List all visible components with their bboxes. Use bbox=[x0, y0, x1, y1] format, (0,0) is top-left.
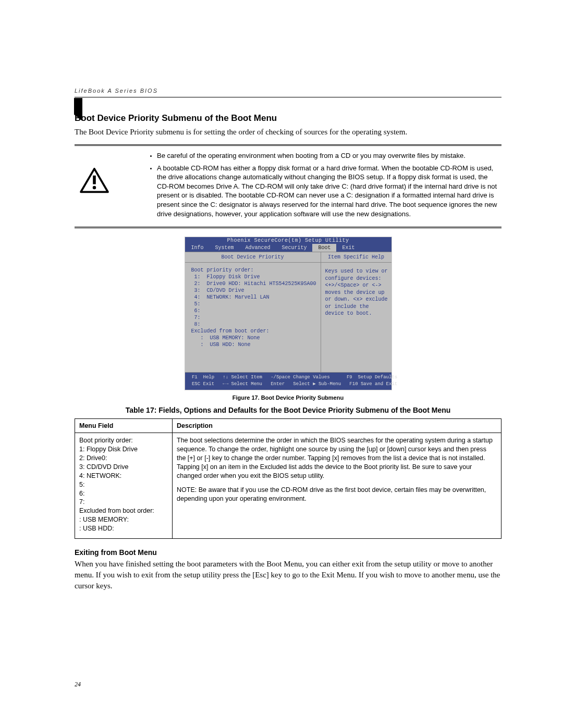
th-description: Description bbox=[173, 419, 501, 433]
bios-left-content: Boot priority order: 1: Floppy Disk Driv… bbox=[185, 263, 321, 352]
bios-tab-info: Info bbox=[185, 244, 209, 252]
td-description: The boot selections determine the order … bbox=[173, 433, 501, 539]
bios-tab-security: Security bbox=[276, 244, 312, 252]
bios-body: Boot Device Priority Boot priority order… bbox=[185, 252, 391, 373]
exiting-body: When you have finished setting the boot … bbox=[75, 559, 501, 591]
section-title: Boot Device Priority Submenu of the Boot… bbox=[75, 113, 501, 124]
td-menu-field: Boot priority order: 1: Floppy Disk Driv… bbox=[75, 433, 173, 539]
page: LifeBook A Series BIOS Boot Device Prior… bbox=[0, 0, 563, 728]
table-header-row: Menu Field Description bbox=[75, 419, 501, 433]
bios-help-text: Keys used to view or configure devices: … bbox=[321, 263, 391, 322]
bios-title: Phoenix SecureCore(tm) Setup Utility bbox=[185, 237, 391, 244]
warning-block: Be careful of the operating environment … bbox=[80, 151, 501, 221]
description-note: NOTE: Be aware that if you use the CD-RO… bbox=[177, 486, 497, 503]
fields-table: Menu Field Description Boot priority ord… bbox=[75, 418, 501, 539]
rule-top bbox=[75, 144, 501, 145]
bios-footer: F1 Help ↑↓ Select Item -/Space Change Va… bbox=[185, 373, 391, 390]
bios-left-title: Boot Device Priority bbox=[185, 252, 321, 263]
warning-icon bbox=[80, 168, 109, 196]
th-menu-field: Menu Field bbox=[75, 419, 173, 433]
bios-screenshot: Phoenix SecureCore(tm) Setup Utility Inf… bbox=[185, 237, 392, 390]
description-main: The boot selections determine the order … bbox=[177, 436, 497, 480]
warning-text: Be careful of the operating environment … bbox=[116, 151, 501, 221]
figure-caption: Figure 17. Boot Device Priority Submenu bbox=[75, 394, 501, 401]
bios-tabs: Info System Advanced Security Boot Exit bbox=[185, 244, 391, 252]
rule-bot2 bbox=[75, 228, 501, 228]
bios-tab-system: System bbox=[209, 244, 239, 252]
svg-rect-1 bbox=[93, 176, 96, 184]
exiting-title: Exiting from Boot Menu bbox=[75, 548, 501, 557]
svg-point-2 bbox=[93, 186, 96, 189]
bios-right-title: Item Specific Help bbox=[321, 252, 391, 263]
bios-tab-boot: Boot bbox=[312, 244, 336, 252]
section-intro: The Boot Device Priority submenu is for … bbox=[75, 127, 501, 137]
page-number: 24 bbox=[75, 681, 81, 688]
bios-right-panel: Item Specific Help Keys used to view or … bbox=[321, 252, 391, 372]
warning-bullet-2: A bootable CD-ROM has either a floppy di… bbox=[157, 164, 501, 218]
bios-left-panel: Boot Device Priority Boot priority order… bbox=[185, 252, 321, 372]
bios-tab-exit: Exit bbox=[336, 244, 360, 252]
warning-bullet-1: Be careful of the operating environment … bbox=[157, 151, 501, 161]
table-title: Table 17: Fields, Options and Defaults f… bbox=[75, 406, 501, 414]
header-rule bbox=[75, 97, 501, 97]
rule-top2 bbox=[75, 145, 501, 146]
running-header: LifeBook A Series BIOS bbox=[75, 88, 501, 94]
rule-bot bbox=[75, 227, 501, 227]
table-row: Boot priority order: 1: Floppy Disk Driv… bbox=[75, 433, 501, 539]
bios-tab-advanced: Advanced bbox=[239, 244, 276, 252]
